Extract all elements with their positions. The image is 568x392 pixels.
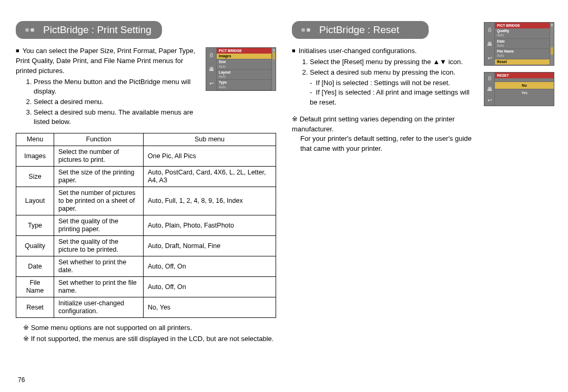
menu-table: Menu Function Sub menu ImagesSelect the … xyxy=(16,133,276,318)
lcd-pictbridge-reset-menu: ⎙ 🖶 ↩ PICT BRIDGE QualityAuto DateAuto F… xyxy=(484,22,554,66)
lcd-scrollbar: ▲ xyxy=(271,48,276,90)
lcd-icon-print: 🖶 xyxy=(484,84,494,95)
lcd-item-reset: Reset xyxy=(495,59,554,65)
lcd-item-images: Images xyxy=(217,54,276,59)
lcd-icon-back: ↩ xyxy=(484,95,494,106)
bullet-icon: ■ xyxy=(16,47,19,54)
lcd-icon-print: 🖶 xyxy=(206,62,216,76)
lcd-item-filename: File NameAuto xyxy=(495,49,554,59)
table-row: ImagesSelect the number of pictures to p… xyxy=(16,146,276,167)
note-text: If not supported, the menus are still di… xyxy=(31,335,274,343)
lcd-title: PICT BRIDGE xyxy=(217,48,276,54)
lcd-reset-title: RESET xyxy=(495,73,554,78)
lcd-scrollbar: ▲ xyxy=(550,23,554,65)
step-1: Press the Menu button and the PictBridge… xyxy=(34,77,199,96)
intro-block: ■You can select the Paper Size, Print Fo… xyxy=(16,46,199,128)
step-3: Select a desired sub menu. The available… xyxy=(34,108,199,127)
intro-text: You can select the Paper Size, Print For… xyxy=(16,47,195,75)
lcd-icon-back: ↩ xyxy=(484,51,494,65)
lcd-option-yes: Yes xyxy=(495,89,554,96)
step-2: Select a desired menu. xyxy=(34,97,199,107)
lcd-icon-play: ⎙ xyxy=(206,48,216,62)
footnotes: ※ Some menu options are not supported on… xyxy=(16,323,276,344)
reset-step-2: Select a desired sub menu by pressing th… xyxy=(310,68,479,77)
table-row: File NameSet whether to print the file n… xyxy=(16,277,276,297)
lcd-title: PICT BRIDGE xyxy=(495,23,554,28)
reset-subnotes: - If [No] is selected : Settings will no… xyxy=(292,78,479,107)
default-note-2: For your printer's default setting, refe… xyxy=(292,134,479,154)
lcd-item-date: DateAuto xyxy=(495,39,554,49)
section-heading-reset: PictBridge : Reset xyxy=(292,21,429,39)
th-menu: Menu xyxy=(16,133,54,146)
note-marker-icon: ※ xyxy=(23,335,31,343)
section-heading-print-setting: PictBridge : Print Setting xyxy=(16,21,162,39)
table-row: DateSet whether to print the date.Auto, … xyxy=(16,256,276,277)
bullet-icon: ■ xyxy=(292,47,296,54)
note-marker-icon: ※ xyxy=(23,324,31,332)
note-text: Some menu options are not supported on a… xyxy=(31,324,192,332)
reset-step-1: Select the [Reset] menu by pressing the … xyxy=(310,57,479,67)
subnote-no: - If [No] is selected : Settings will no… xyxy=(310,78,479,88)
scroll-up-icon: ▲ xyxy=(272,48,276,51)
lcd-icon-play: ⎙ xyxy=(484,23,494,37)
reset-steps: Select the [Reset] menu by pressing the … xyxy=(292,57,479,77)
note-marker-icon: ※ xyxy=(292,115,300,123)
table-row: ResetInitialize user-changed configurati… xyxy=(16,297,276,318)
right-lcd-stack: ⎙ 🖶 ↩ PICT BRIDGE QualityAuto DateAuto F… xyxy=(482,21,552,112)
lcd-icon-play: ⎙ xyxy=(484,73,494,84)
right-column: PictBridge : Reset ⎙ 🖶 ↩ PICT BRIDGE Qua… xyxy=(292,21,552,345)
subnote-yes: - If [Yes] is selected : All print and i… xyxy=(310,88,479,107)
table-row: QualitySet the quality of the picture to… xyxy=(16,236,276,256)
table-row: LayoutSet the number of pictures to be p… xyxy=(16,187,276,215)
lcd-pictbridge-menu: ⎙ 🖶 ↩ PICT BRIDGE Images SizeAuto Layout… xyxy=(206,47,276,91)
lcd-reset-submenu: ⎙ 🖶 ↩ RESET No Yes xyxy=(484,72,554,106)
th-function: Function xyxy=(54,133,144,146)
scroll-up-icon: ▲ xyxy=(550,23,554,26)
lcd-option-no: No xyxy=(495,81,554,89)
lcd-item-quality: QualityAuto xyxy=(495,28,554,39)
table-header-row: Menu Function Sub menu xyxy=(16,133,276,146)
th-submenu: Sub menu xyxy=(144,133,276,146)
left-column: PictBridge : Print Setting ■You can sele… xyxy=(16,21,276,345)
scroll-thumb xyxy=(551,47,553,55)
reset-intro: Initialises user-changed configurations. xyxy=(299,47,417,55)
lcd-icon-print: 🖶 xyxy=(484,37,494,51)
table-row: TypeSet the quality of the printing pape… xyxy=(16,215,276,236)
lcd-item-type: TypeAuto xyxy=(217,80,276,90)
lcd-item-layout: LayoutAuto xyxy=(217,70,276,80)
steps-list: Press the Menu button and the PictBridge… xyxy=(16,77,199,127)
default-note: Default print setting varies depending o… xyxy=(292,115,454,133)
page-number: 76 xyxy=(18,376,25,384)
lcd-item-size: SizeAuto xyxy=(217,59,276,70)
scroll-thumb xyxy=(272,52,275,59)
lcd-icon-back: ↩ xyxy=(206,76,216,90)
table-row: SizeSet the size of the printing paper.A… xyxy=(16,167,276,187)
